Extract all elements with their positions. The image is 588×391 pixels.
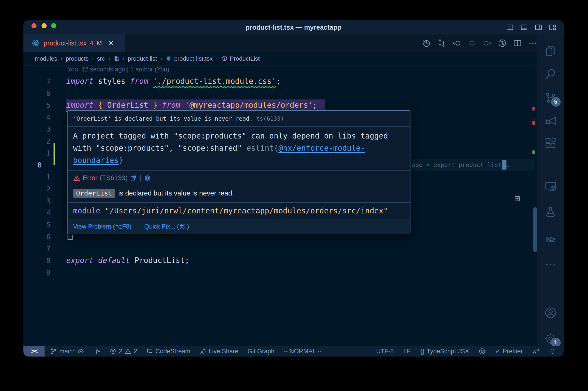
symbol-chip: OrderList	[73, 189, 115, 198]
code-row[interactable]: 7import styles from './product-list.modu…	[23, 75, 535, 87]
prettier-item[interactable]: ✓Prettier	[495, 348, 523, 355]
split-editor-icon[interactable]	[513, 39, 522, 48]
breadcrumb-separator: ›	[60, 55, 63, 62]
code-row[interactable]: 5import { OrderList } from '@myreactapp/…	[23, 99, 535, 111]
code-line: import { OrderList } from '@myreactapp/m…	[66, 99, 535, 111]
octoface-icon	[479, 348, 486, 355]
view-problem-action[interactable]: View Problem (⌥F8)	[73, 223, 131, 230]
testing-icon[interactable]	[544, 205, 557, 218]
breadcrumb-separator: ›	[216, 55, 218, 62]
react-icon	[32, 39, 39, 47]
code-row[interactable]: 7	[23, 243, 535, 255]
codestream-icon	[146, 348, 153, 355]
code-line	[66, 243, 535, 255]
source-control-icon-badge: 5	[551, 97, 561, 106]
code-line: export default ProductList;	[66, 255, 535, 267]
run-debug-icon[interactable]	[544, 114, 557, 127]
source-control-icon[interactable]: 5	[544, 92, 557, 104]
remote-indicator[interactable]: ><	[23, 346, 45, 357]
encoding-item[interactable]: UTF-8	[376, 348, 394, 355]
code-line: import styles from './product-list.modul…	[66, 75, 535, 87]
open-external-icon[interactable]	[130, 175, 137, 182]
more-views-icon[interactable]	[544, 258, 557, 271]
hover-diagnostic-title: 'OrderList' is declared but its value is…	[68, 111, 410, 126]
explorer-icon[interactable]	[544, 45, 557, 57]
customize-layout-icon[interactable]	[549, 23, 557, 31]
toggle-secondary-sidebar-icon[interactable]	[534, 23, 543, 31]
chip-message: is declared but its value is never read.	[118, 189, 234, 197]
more-actions-icon[interactable]	[528, 39, 537, 48]
search-icon[interactable]	[544, 68, 557, 80]
breadcrumb-separator: ›	[108, 55, 110, 62]
eol-item[interactable]: LF	[403, 348, 411, 355]
problems-item[interactable]: 22	[110, 348, 137, 355]
commit-graph-icon[interactable]	[498, 39, 507, 48]
globe-icon[interactable]	[144, 175, 151, 182]
tab-product-list[interactable]: product-list.tsx 4, M ✕	[23, 34, 125, 52]
toggle-primary-sidebar-icon[interactable]	[506, 23, 514, 31]
previous-change-icon[interactable]	[452, 39, 461, 48]
breadcrumb-item-modules[interactable]: modules	[35, 55, 57, 62]
vscode-window: product-list.tsx — myreactapp product-li…	[23, 20, 564, 357]
settings-gear-icon[interactable]: 1	[544, 332, 557, 345]
current-change-icon[interactable]	[467, 39, 477, 48]
git-graph-item[interactable]: Git Graph	[248, 348, 274, 355]
extensions-icon[interactable]	[544, 136, 557, 149]
quick-fix-action[interactable]: Quick Fix... (⌘.)	[144, 223, 189, 230]
codestream-item[interactable]: CodeStream	[146, 348, 190, 355]
tab-close-icon[interactable]: ✕	[108, 40, 114, 47]
code-row[interactable]: You, 12 seconds ago | 1 author (You)	[23, 63, 535, 75]
timeline-history-icon[interactable]	[422, 39, 431, 48]
line-number: 6	[23, 231, 66, 243]
react-icon	[165, 55, 172, 62]
breadcrumb-item-products[interactable]: products	[66, 55, 89, 62]
language-item[interactable]: {}TypeScript JSX	[420, 348, 469, 355]
feedback-icon	[532, 348, 539, 355]
notifications-item[interactable]	[549, 348, 556, 355]
compare-changes-icon[interactable]	[437, 39, 446, 48]
line-number: 3	[23, 195, 66, 207]
breadcrumb-separator: ›	[123, 55, 125, 62]
window-title: product-list.tsx — myreactapp	[23, 20, 564, 34]
breadcrumb-item-product-list[interactable]: product-list	[128, 55, 157, 62]
git-branch-item[interactable]: main*	[50, 348, 84, 355]
status-bar: >< main*22CodeStreamLive ShareGit Graph-…	[23, 346, 564, 357]
overview-error-mark	[532, 107, 535, 110]
line-number: 2	[23, 183, 66, 195]
line-number: 8	[23, 159, 66, 171]
commit-graph-item[interactable]	[93, 348, 100, 355]
line-number: 6	[23, 87, 66, 99]
gitlens-inline-blame: ago • export product list …	[412, 159, 509, 171]
remote-explorer-icon[interactable]	[544, 180, 557, 193]
nx-console-icon[interactable]: N≥	[544, 233, 557, 246]
accounts-icon[interactable]	[544, 306, 557, 319]
line-number: 3	[23, 123, 66, 135]
github-item[interactable]	[479, 348, 486, 355]
warning-triangle-icon	[124, 348, 131, 355]
feedback-item[interactable]	[532, 348, 539, 355]
live-share-item[interactable]: Live Share	[200, 348, 239, 355]
toggle-panel-icon[interactable]	[520, 23, 528, 31]
error-circle-icon	[110, 348, 116, 355]
breadcrumb-item-src[interactable]: src	[97, 55, 105, 62]
next-change-icon[interactable]	[483, 39, 492, 48]
overview-change-mark	[532, 150, 535, 154]
grid-icon[interactable]	[514, 196, 520, 202]
code-row[interactable]: 8export default ProductList;	[23, 255, 535, 267]
line-number: 9	[23, 267, 66, 279]
vertical-scrollbar-thumb[interactable]	[533, 207, 537, 252]
breadcrumb-item-productlist[interactable]: ProductList	[221, 55, 260, 62]
code-row[interactable]: 6	[23, 87, 535, 99]
breadcrumb-item-lib[interactable]: lib	[113, 55, 119, 62]
hover-resize-handle[interactable]	[68, 235, 73, 240]
code-row[interactable]: 9	[23, 267, 535, 279]
breadcrumb-item-product-list.tsx[interactable]: product-list.tsx	[165, 55, 213, 62]
bell-icon	[549, 348, 556, 355]
block-cursor	[502, 160, 506, 170]
prettier-item-glyph: ✓	[495, 348, 501, 355]
gitlens-blame-heading: You, 12 seconds ago | 1 author (You)	[66, 63, 535, 75]
activity-bar: 5N≥1	[537, 34, 564, 346]
status-left-group: main*22CodeStreamLive ShareGit Graph-- N…	[50, 348, 322, 355]
vim-mode-item[interactable]: -- NORMAL --	[284, 348, 322, 355]
code-line	[66, 267, 535, 279]
